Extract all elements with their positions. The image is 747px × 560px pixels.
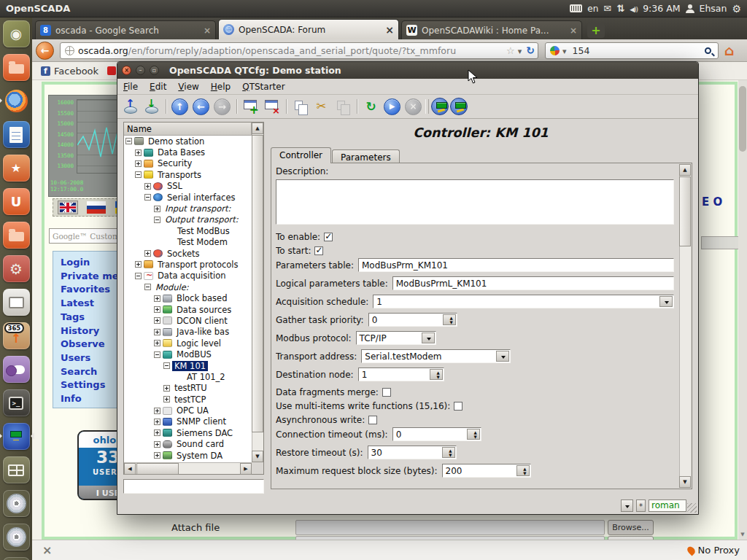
scroll-up-icon[interactable] (679, 164, 691, 176)
search-input[interactable]: 154 (570, 45, 705, 56)
scroll-left-icon[interactable] (124, 463, 136, 475)
asynchronous-write-checkbox[interactable] (368, 416, 377, 424)
tree-expander-icon[interactable] (154, 351, 160, 358)
tree-expander-icon[interactable] (154, 317, 160, 324)
session-gear-icon[interactable] (732, 3, 741, 15)
tree-expander-icon[interactable] (144, 194, 151, 201)
tree-item[interactable]: Security (124, 158, 252, 169)
modbus-protocol-combobox[interactable]: TCP/IP (356, 331, 436, 345)
terminal-icon[interactable]: >_ (3, 389, 30, 416)
site-identity-icon[interactable] (65, 46, 74, 55)
tree-item[interactable]: testRTU (124, 383, 252, 394)
tree-item[interactable]: SNMP client (124, 416, 252, 427)
tree-vscrollbar[interactable] (252, 122, 263, 462)
tree-item[interactable]: OPC UA (124, 405, 252, 416)
toolbar-handle[interactable] (425, 97, 430, 116)
tree-expander-icon[interactable] (154, 206, 160, 212)
search-engine-dropdown-icon[interactable] (560, 45, 570, 56)
restore-timeout-spinbox[interactable]: 30 (368, 446, 457, 459)
tree-item[interactable]: Java-like bas (124, 327, 252, 338)
qtstarter-config-icon[interactable] (431, 98, 449, 115)
bookmark-favicon-red[interactable] (107, 66, 116, 75)
update-manager-icon[interactable]: ↑ 365 (3, 322, 30, 349)
findbar-close-icon[interactable] (42, 543, 52, 557)
tree-item[interactable]: testTCP (124, 394, 252, 405)
cut-item-icon[interactable]: ✂ (311, 97, 331, 116)
tree-item[interactable]: System DA (124, 450, 252, 461)
logical-parameters-table-input[interactable]: ModBusPrmL_KM101 (392, 276, 674, 290)
add-item-icon[interactable]: + (241, 97, 260, 116)
tree-item[interactable]: Test Modem (124, 237, 252, 248)
ubuntu-one-icon[interactable]: U (3, 188, 30, 215)
tree-expander-icon[interactable] (135, 171, 142, 178)
tree-expander-icon[interactable] (154, 408, 160, 414)
browser-tab[interactable]: OpenSCADAWiki : Home Pa... × (401, 20, 582, 39)
tree-vscroll-thumb[interactable] (252, 135, 263, 432)
tree-expander-icon[interactable] (125, 138, 132, 144)
tree-expander-icon[interactable] (135, 160, 142, 167)
scroll-down-icon[interactable] (252, 451, 263, 462)
tree-item[interactable]: AT 101_2 (124, 371, 252, 382)
status-user-field[interactable]: roman (649, 499, 686, 512)
cd-disc-2-icon[interactable] (3, 524, 30, 551)
firefox-icon[interactable] (3, 88, 30, 114)
tree-expander-icon[interactable] (163, 385, 170, 392)
page-scrollbar-thumb[interactable] (739, 86, 746, 152)
scroll-down-icon[interactable] (739, 531, 746, 538)
delete-item-icon[interactable]: × (262, 97, 282, 116)
window-close-button[interactable] (122, 66, 131, 75)
back-icon[interactable]: ← (193, 98, 209, 115)
start-periodic-update-icon[interactable]: ▶ (384, 98, 400, 115)
attach-file-input[interactable] (295, 520, 605, 535)
max-request-block-spinbox[interactable]: 200 (442, 464, 531, 478)
stop-icon[interactable]: × (405, 98, 422, 115)
tree-expander-icon[interactable] (144, 250, 151, 257)
tree-item[interactable]: Output transport: (124, 214, 252, 225)
tree-item[interactable]: Data acquisition (124, 271, 252, 281)
tree-expander-icon[interactable] (154, 329, 160, 335)
menu-item[interactable]: QTStarter (236, 80, 290, 93)
tree-expander-icon[interactable] (154, 429, 160, 436)
tree-item[interactable]: SSL (124, 181, 252, 192)
tree-filter-input[interactable] (123, 479, 264, 494)
tree-item[interactable]: Transports (124, 169, 252, 180)
tree-item[interactable]: Sockets (124, 248, 252, 259)
scroll-up-icon[interactable] (252, 122, 263, 134)
form-vscrollbar[interactable] (679, 164, 691, 488)
gather-task-priority-spinbox[interactable]: 0 (368, 313, 457, 327)
search-go-icon[interactable] (705, 47, 711, 54)
usb-drive-icon[interactable] (3, 557, 30, 560)
copy-item-icon[interactable] (290, 97, 310, 116)
new-tab-button[interactable]: + (587, 23, 605, 38)
tree-expander-icon[interactable] (163, 362, 170, 369)
scroll-down-icon[interactable] (679, 476, 691, 488)
tree-item[interactable]: Demo station (124, 136, 252, 147)
page-scrollbar[interactable] (738, 80, 747, 540)
status-star-button[interactable] (636, 499, 646, 512)
tab-close-icon[interactable]: × (200, 26, 211, 36)
forward-icon[interactable]: → (214, 98, 231, 115)
connection-timeout-spinbox[interactable]: 0 (392, 427, 481, 441)
clock[interactable]: 9:36 AM (643, 3, 680, 14)
tree-item[interactable]: Sound card (124, 439, 252, 450)
volume-icon[interactable] (630, 4, 638, 14)
libreoffice-writer-icon[interactable] (3, 121, 30, 148)
form-vscroll-thumb[interactable] (679, 176, 691, 246)
tree-item[interactable]: ModBUS (124, 349, 252, 359)
window-maximize-button[interactable] (150, 66, 159, 75)
window-titlebar[interactable]: OpenSCADA QTCfg: Demo station (117, 62, 698, 79)
preferences-window-icon[interactable] (3, 289, 30, 316)
keyboard-layout-icon[interactable] (570, 4, 582, 12)
tree-header[interactable]: Name (124, 122, 252, 136)
to-start-checkbox[interactable] (314, 246, 323, 255)
ubuntu-dash-icon[interactable]: ◉ (3, 20, 30, 47)
flag-uk-icon[interactable] (58, 201, 77, 214)
data-fragments-merge-checkbox[interactable] (382, 388, 391, 397)
status-dropdown-button[interactable] (621, 499, 633, 512)
tree-expander-icon[interactable] (135, 149, 142, 156)
tree-expander-icon[interactable] (154, 441, 160, 448)
keyboard-layout-label[interactable]: en (587, 4, 598, 14)
tree-expander-icon[interactable] (135, 261, 142, 268)
load-from-db-icon[interactable]: ↑ (120, 97, 140, 116)
tree-expander-icon[interactable] (163, 396, 170, 402)
